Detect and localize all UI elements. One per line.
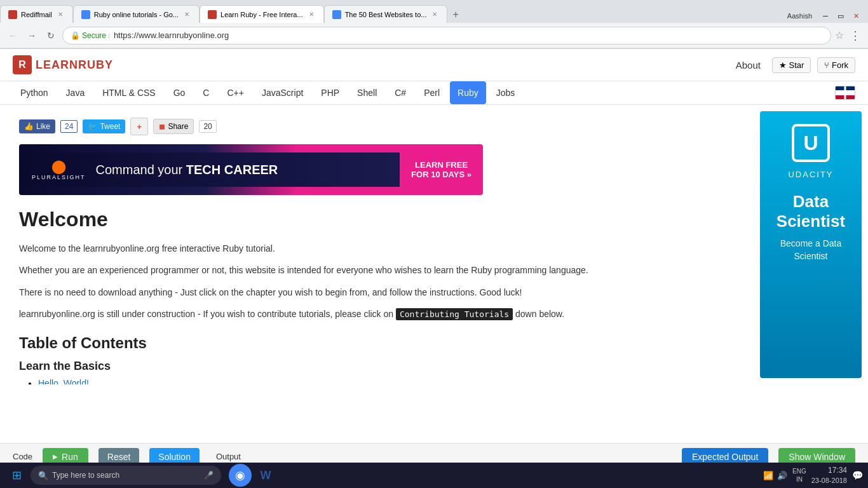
taskbar-search[interactable]: 🔍 Type here to search 🎤 xyxy=(31,466,221,485)
ad-banner[interactable]: ⬤ PLURALSIGHT Command your TECH CAREER L… xyxy=(19,144,483,195)
new-tab-btn[interactable]: + xyxy=(447,6,463,23)
address-input[interactable]: 🔒 Secure | https://www.learnrubyonline.o… xyxy=(62,27,831,44)
tab-title: The 50 Best Websites to... xyxy=(345,11,427,18)
udacity-ad[interactable]: U UDACITY Data Scientist Become a Data S… xyxy=(760,111,862,378)
nav-cpp[interactable]: C++ xyxy=(219,81,251,104)
tweet-label: Tweet xyxy=(100,122,120,131)
system-icons: 📶 🔊 xyxy=(763,471,787,480)
like-label: Like xyxy=(36,122,50,131)
welcome-para3: There is no need to download anything - … xyxy=(19,285,741,299)
content-area: 👍 Like 24 🐦 Tweet + ◼ Share 20 xyxy=(0,105,760,384)
nav-shell[interactable]: Shell xyxy=(349,81,384,104)
header-actions: About ★ Star ⑂ Fork xyxy=(731,57,855,73)
tab-favicon xyxy=(8,10,17,19)
nav-jobs[interactable]: Jobs xyxy=(489,81,523,104)
start-button[interactable]: ⊞ xyxy=(5,464,28,487)
taskbar-right: 📶 🔊 ENG IN 17:34 23-08-2018 💬 xyxy=(763,465,863,485)
tab-title: Learn Ruby - Free Intera... xyxy=(220,11,303,18)
windows-icon: ⊞ xyxy=(12,468,22,482)
website: R LEARNRUBY About ★ Star ⑂ Fork Python J… xyxy=(0,49,868,443)
nav-javascript[interactable]: JavaScript xyxy=(254,81,311,104)
share-icon: ◼ xyxy=(159,122,165,131)
like-count: 24 xyxy=(60,120,78,133)
tab-title: Rediffmail xyxy=(21,11,52,18)
toc-list: Hello, World! xyxy=(19,378,741,384)
nav-python[interactable]: Python xyxy=(13,81,56,104)
fork-button[interactable]: ⑂ Fork xyxy=(817,57,855,73)
logo-learn: LEARN xyxy=(36,58,78,71)
nav-php[interactable]: PHP xyxy=(313,81,347,104)
tab-learn-ruby[interactable]: Learn Ruby - Free Intera... ✕ xyxy=(200,5,324,23)
gplus-button[interactable]: + xyxy=(130,118,148,135)
tab-rediffmail[interactable]: Rediffmail ✕ xyxy=(0,5,73,23)
share-button[interactable]: ◼ Share xyxy=(153,119,194,134)
date-display: 23-08-2018 xyxy=(811,476,847,485)
back-btn[interactable]: ← xyxy=(5,28,20,43)
welcome-para2: Whether you are an experienced programme… xyxy=(19,263,741,277)
bookmark-icon[interactable]: ☆ xyxy=(835,29,844,41)
share-count: 20 xyxy=(199,120,216,133)
lock-icon: 🔒 xyxy=(71,31,80,40)
star-button[interactable]: ★ Star xyxy=(772,57,811,73)
tweet-button[interactable]: 🐦 Tweet xyxy=(83,119,125,133)
toc-basics-title: Learn the Basics xyxy=(19,360,741,373)
tab-50-best[interactable]: The 50 Best Websites to... ✕ xyxy=(324,5,448,23)
taskbar-app-chrome[interactable]: ◉ xyxy=(229,464,252,487)
network-icon: 📶 xyxy=(763,471,773,480)
share-label: Share xyxy=(168,122,188,131)
taskbar-app-word[interactable]: W xyxy=(254,464,277,487)
ad-left: ⬤ PLURALSIGHT Command your TECH CAREER xyxy=(19,152,400,187)
tab-close-btn[interactable]: ✕ xyxy=(307,10,316,18)
contributing-link[interactable]: Contributing Tutorials xyxy=(396,308,513,320)
nav-csharp[interactable]: C# xyxy=(387,81,414,104)
nav-c[interactable]: C xyxy=(195,81,217,104)
ad-headline: Command your TECH CAREER xyxy=(96,163,278,177)
forward-btn[interactable]: → xyxy=(24,28,39,43)
social-bar: 👍 Like 24 🐦 Tweet + ◼ Share 20 xyxy=(19,118,741,135)
welcome-para4: learnrubyonline.org is still under const… xyxy=(19,307,741,322)
tab-ruby-tutorials[interactable]: Ruby online tutorials - Go... ✕ xyxy=(73,5,200,23)
udacity-sub: Become a Data Scientist xyxy=(766,238,855,262)
nav-perl[interactable]: Perl xyxy=(416,81,447,104)
minimize-btn[interactable]: ─ xyxy=(818,9,832,23)
hello-world-link[interactable]: Hello, World! xyxy=(38,378,89,384)
word-icon: W xyxy=(261,469,271,482)
close-btn[interactable]: ✕ xyxy=(849,9,863,23)
tab-bar: Rediffmail ✕ Ruby online tutorials - Go.… xyxy=(0,0,868,23)
logo-text: LEARNRUBY xyxy=(36,58,113,72)
play-icon: ▶ xyxy=(53,453,58,460)
maximize-btn[interactable]: ▭ xyxy=(834,9,848,23)
logo-icon: R xyxy=(13,55,32,74)
about-link[interactable]: About xyxy=(731,57,766,73)
sidebar: U UDACITY Data Scientist Become a Data S… xyxy=(760,105,868,443)
tab-close-btn[interactable]: ✕ xyxy=(56,10,65,18)
para4-before: learnrubyonline.org is still under const… xyxy=(19,309,393,319)
browser-chrome: Rediffmail ✕ Ruby online tutorials - Go.… xyxy=(0,0,868,49)
nav-html-css[interactable]: HTML & CSS xyxy=(95,81,163,104)
udacity-headline: Data Scientist xyxy=(766,192,855,231)
tab-close-btn[interactable]: ✕ xyxy=(182,10,191,18)
nav-java[interactable]: Java xyxy=(58,81,93,104)
code-label: Code xyxy=(13,452,32,461)
like-button[interactable]: 👍 Like xyxy=(19,119,55,133)
secure-label: Secure xyxy=(82,31,106,40)
main-content: 👍 Like 24 🐦 Tweet + ◼ Share 20 xyxy=(0,105,868,443)
nav-ruby[interactable]: Ruby xyxy=(450,81,486,104)
list-item: Hello, World! xyxy=(38,378,741,384)
run-label: Run xyxy=(62,452,78,462)
uk-flag[interactable] xyxy=(835,86,855,100)
tab-favicon xyxy=(208,10,217,19)
welcome-para1: Welcome to the learnrubyonline.org free … xyxy=(19,241,741,255)
more-options-btn[interactable]: ⋮ xyxy=(848,28,863,43)
search-placeholder-text: Type here to search xyxy=(52,471,119,480)
reload-btn[interactable]: ↻ xyxy=(43,28,58,43)
ad-logo-area: ⬤ PLURALSIGHT xyxy=(32,159,86,180)
region-text: IN xyxy=(792,475,806,484)
tab-close-btn[interactable]: ✕ xyxy=(430,10,439,18)
tab-favicon xyxy=(81,10,90,19)
logo-ruby: RUBY xyxy=(78,58,113,71)
nav-go[interactable]: Go xyxy=(166,81,193,104)
notification-icon[interactable]: 💬 xyxy=(852,470,863,480)
site-header: R LEARNRUBY About ★ Star ⑂ Fork xyxy=(0,49,868,81)
chrome-icon: ◉ xyxy=(235,468,245,482)
